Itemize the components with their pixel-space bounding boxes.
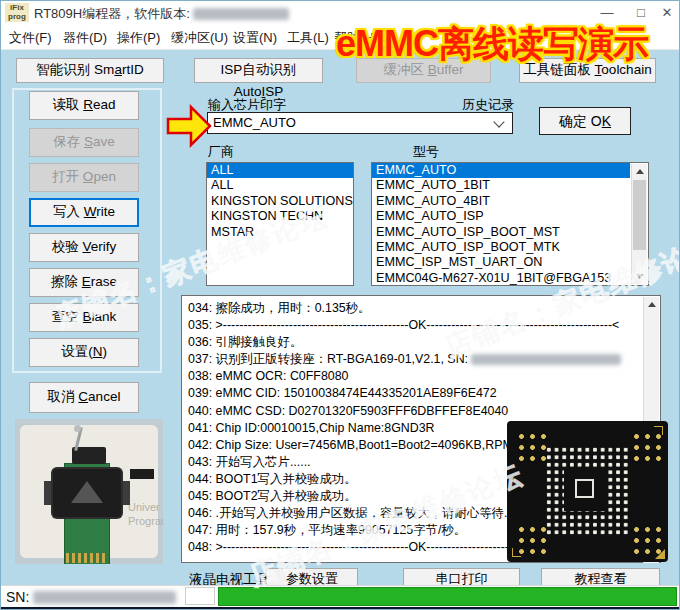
btn-text: erify	[91, 239, 117, 254]
socket-clip	[44, 481, 53, 505]
list-item[interactable]: EMMC04G-M627-X01U_1BIT@FBGA153	[372, 271, 630, 286]
btn-text: 校验	[52, 239, 83, 254]
scrollbar-thumb[interactable]	[633, 180, 646, 250]
logo-text-bottom: prog	[8, 12, 26, 21]
list-item[interactable]: EMMC_AUTO	[372, 163, 630, 178]
scroll-down-icon[interactable]	[632, 269, 647, 284]
btn-text: rite	[96, 204, 115, 219]
btn-mnemonic: K	[602, 113, 611, 129]
list-item[interactable]: ALL	[207, 178, 353, 193]
list-item[interactable]: KINGSTON SOLUTIONS	[207, 194, 353, 209]
socket-clip	[121, 481, 130, 505]
log-line: 036: 引脚接触良好。	[188, 334, 638, 351]
btn-mnemonic: a	[114, 62, 122, 77]
save-button: 保存 Save	[29, 128, 139, 157]
chip-corner-mark	[654, 426, 663, 435]
log-line: 038: eMMC OCR: C0FF8080	[188, 368, 638, 385]
list-item[interactable]: EMMC_ISP_MST_UART_ON	[372, 255, 630, 270]
menu-device[interactable]: 器件(D)	[63, 29, 107, 47]
menu-buffer[interactable]: 缓冲区(U)	[171, 29, 228, 47]
status-cell	[185, 587, 215, 605]
btn-text: 设置(	[61, 344, 93, 359]
list-item[interactable]: EMMC_AUTO_ISP_BOOT_MTK	[372, 240, 630, 255]
btn-text: pen	[93, 169, 116, 184]
btn-mnemonic: S	[84, 134, 93, 149]
list-item[interactable]: EMMC_AUTO_ISP	[372, 209, 630, 224]
log-line: 037: 识别到正版转接座：RT-BGA169-01,V2.1, SN:	[188, 351, 638, 368]
list-item[interactable]: EMMC_AUTO_4BIT	[372, 194, 630, 209]
btn-mnemonic: R	[83, 97, 93, 112]
list-item[interactable]: EMMC_AUTO_1BIT	[372, 178, 630, 193]
chip-name-combobox[interactable]: EMMC_AUTO	[207, 112, 513, 134]
pcb-top-connector	[72, 447, 106, 464]
model-list-scrollbar[interactable]	[631, 164, 647, 284]
smart-id-button[interactable]: 智能识别 SmartID	[16, 58, 164, 83]
emmc-chip-photo	[507, 421, 668, 562]
btn-text: 读取	[52, 97, 83, 112]
redacted-version	[193, 8, 289, 20]
list-item[interactable]: EMMC_AUTO_ISP_BOOT_MST	[372, 225, 630, 240]
scroll-up-icon[interactable]	[632, 164, 647, 179]
list-item[interactable]: MSTAR	[207, 225, 353, 240]
pcb-edge-pins	[66, 553, 108, 563]
chip-center	[564, 469, 606, 511]
close-button[interactable]: ✕	[653, 3, 680, 22]
log-line: 040: eMMC CSD: D02701320F5903FFF6DBFFEF8…	[188, 403, 638, 420]
redacted-adapter-sn	[471, 354, 621, 365]
btn-mnemonic: B	[82, 309, 91, 324]
model-list[interactable]: EMMC_AUTO EMMC_AUTO_1BIT EMMC_AUTO_4BIT …	[371, 162, 649, 286]
bga-balls	[514, 429, 546, 461]
app-logo-icon: iFix prog	[5, 3, 29, 22]
settings-button[interactable]: 设置(N)	[29, 338, 139, 367]
chip-corner-mark	[512, 548, 521, 557]
log-line-text: 037: 识别到正版转接座：RT-BGA169-01,V2.1, SN:	[188, 352, 468, 366]
btn-text: ave	[93, 134, 115, 149]
btn-text: ISP自动识别 Auto	[221, 62, 297, 99]
progress-bar	[218, 587, 677, 606]
erase-button[interactable]: 擦除 Erase	[29, 268, 139, 297]
cancel-button[interactable]: 取消 Cancel	[29, 382, 139, 413]
ext-header	[130, 469, 154, 479]
log-line: 035: >----------------------------------…	[188, 317, 638, 334]
btn-text: rase	[91, 274, 117, 289]
socket-logo	[71, 481, 103, 503]
btn-text: 智能识别 Sm	[36, 62, 114, 77]
chevron-down-icon[interactable]	[493, 116, 504, 127]
lever-knob	[74, 425, 81, 432]
menu-tools[interactable]: 工具(L)	[287, 29, 329, 47]
scroll-up-icon[interactable]	[644, 297, 659, 312]
bga-socket	[53, 469, 121, 517]
btn-text: 擦除	[51, 274, 82, 289]
list-item[interactable]: ALL	[207, 163, 353, 178]
ok-button[interactable]: 确定 OK	[539, 107, 631, 135]
btn-text: ead	[93, 97, 116, 112]
btn-text: 保存	[53, 134, 84, 149]
btn-text: rtID	[122, 62, 144, 77]
btn-mnemonic: V	[82, 239, 90, 254]
programmer-photo: Univer Program	[15, 419, 163, 564]
menu-operate[interactable]: 操作(P)	[117, 29, 160, 47]
photo-brand-text: Univer	[128, 501, 160, 513]
redacted-device-sn	[33, 591, 176, 604]
auto-isp-button[interactable]: ISP自动识别 AutoISP	[194, 58, 323, 83]
rt809h-window: iFix prog RT809H编程器，软件版本: — □ ✕ 文件(F) 器件…	[0, 0, 680, 610]
menu-settings[interactable]: 设置(N)	[233, 29, 277, 47]
btn-mnemonic: N	[93, 344, 103, 359]
write-button[interactable]: 写入 Write	[29, 198, 139, 227]
photo-brand-text: Program	[128, 515, 163, 527]
list-item[interactable]: KINGSTON TECHN	[207, 209, 353, 224]
log-line: 034: 擦除成功，用时：0.135秒。	[188, 300, 638, 317]
btn-text: 查空	[52, 309, 83, 324]
pin1-mark	[655, 549, 665, 559]
btn-mnemonic: E	[82, 274, 91, 289]
verify-button[interactable]: 校验 Verify	[29, 233, 139, 262]
read-button[interactable]: 读取 Read	[29, 91, 139, 120]
blank-check-button[interactable]: 查空 Blank	[29, 303, 139, 332]
btn-mnemonic: O	[83, 169, 94, 184]
btn-text: 确定 O	[559, 113, 602, 129]
demo-banner-text: eMMC离线读写演示	[336, 20, 648, 69]
model-label: 型号	[413, 143, 439, 161]
open-button: 打开 Open	[29, 163, 139, 192]
manufacturer-list[interactable]: ALL ALL KINGSTON SOLUTIONS KINGSTON TECH…	[206, 162, 354, 286]
menu-file[interactable]: 文件(F)	[9, 29, 52, 47]
